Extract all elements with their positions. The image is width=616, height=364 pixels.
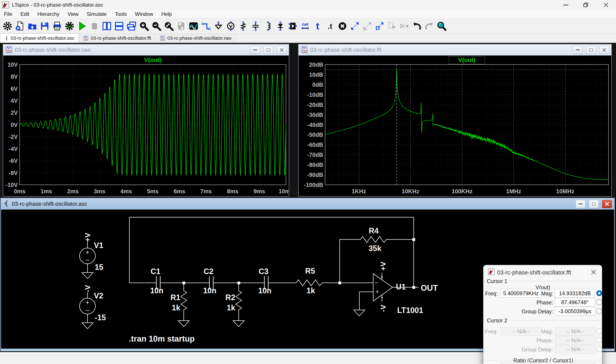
net-flag-vminus-opamp[interactable]: -V <box>379 305 387 312</box>
label-C3[interactable]: C3 <box>259 267 268 276</box>
drag-icon[interactable] <box>361 19 373 33</box>
menu-hierarchy[interactable]: Hierarchy <box>33 10 64 18</box>
edit-simulation-cmd-icon[interactable]: ac <box>63 19 76 33</box>
menu-simulate[interactable]: Simulate <box>82 10 110 18</box>
value-C2[interactable]: 10n <box>203 286 217 295</box>
label-R2[interactable]: R2 <box>225 293 235 302</box>
ground-icon[interactable] <box>212 19 225 33</box>
delete-icon[interactable] <box>336 19 349 33</box>
raw-restore-button[interactable] <box>263 46 273 54</box>
diode-icon[interactable] <box>274 19 287 33</box>
component-icon[interactable] <box>287 19 299 33</box>
tab-03-rc-phase-shift-oscillator.raw[interactable]: 03-rc-phase-shift-oscillator.raw <box>155 34 236 43</box>
net-flag-vplus-opamp[interactable]: +V <box>379 261 387 271</box>
halt-icon[interactable] <box>88 19 100 33</box>
value-C3[interactable]: 10n <box>258 286 272 295</box>
value-R5[interactable]: 1k <box>306 286 315 295</box>
open-file-icon[interactable] <box>26 19 39 33</box>
svg-text:2V: 2V <box>11 110 18 116</box>
window-schematic-title: 03-rc-phase-shift-oscillator.asc <box>12 201 572 207</box>
minimize-button[interactable] <box>556 0 576 10</box>
cursor1-phase-radio[interactable] <box>596 299 602 305</box>
zoom-in-icon[interactable] <box>138 19 150 33</box>
schematic-restore-button[interactable] <box>589 200 599 208</box>
schematic-minimize-button[interactable] <box>575 200 585 208</box>
value-V2[interactable]: -15 <box>95 313 106 322</box>
tile-horizontal-icon[interactable] <box>113 19 125 33</box>
restore-button[interactable] <box>576 0 596 10</box>
zoom-out-icon[interactable] <box>150 19 163 33</box>
value-U1[interactable]: LT1001 <box>397 306 423 315</box>
label-C1[interactable]: C1 <box>151 267 160 276</box>
value-R2[interactable]: 1k <box>227 303 235 312</box>
zoom-full-extents-icon[interactable] <box>163 19 175 33</box>
net-flag-vminus-v2[interactable]: -V <box>83 285 92 292</box>
tab-03-rc-phase-shift-oscillator.asc[interactable]: 03-rc-phase-shift-oscillator.asc <box>0 33 79 43</box>
duplicate-icon[interactable] <box>373 19 386 33</box>
autorange-y-icon[interactable] <box>175 19 187 33</box>
text-tool-icon[interactable]: t <box>311 19 324 33</box>
save-icon[interactable] <box>39 19 51 33</box>
spice-directive-icon[interactable]: .t <box>324 19 336 33</box>
print-icon[interactable] <box>51 19 63 33</box>
mirror-icon[interactable] <box>398 19 411 33</box>
run-icon[interactable] <box>76 19 88 33</box>
waveform-pane-icon[interactable] <box>187 19 200 33</box>
cursor1-gd-radio[interactable] <box>596 308 602 314</box>
net-label-out[interactable]: OUT <box>421 284 438 292</box>
value-C1[interactable]: 10n <box>150 286 164 295</box>
fft-close-button[interactable] <box>599 46 609 54</box>
label-V1[interactable]: V1 <box>94 241 103 250</box>
transient-plot[interactable]: 10V8V6V4V2V0V-2V-4V-6V-8V-10V0ms1ms2ms3m… <box>3 55 289 196</box>
redo-icon[interactable] <box>423 19 436 33</box>
value-R4[interactable]: 35k <box>369 244 382 253</box>
tab-03-rc-phase-shift-oscillator.fft[interactable]: 03-rc-phase-shift-oscillator.fft <box>79 34 155 43</box>
resistor-icon[interactable] <box>237 19 249 33</box>
window-fft-titlebar[interactable]: 03-rc-phase-shift-oscillator.fft <box>299 44 611 55</box>
close-button[interactable] <box>596 0 616 10</box>
raw-close-button[interactable] <box>277 46 287 54</box>
raw-minimize-button[interactable] <box>250 46 260 54</box>
paste-icon[interactable] <box>386 19 398 33</box>
label-R4[interactable]: R4 <box>369 226 379 235</box>
net-flag-vplus-v1[interactable]: +V <box>83 233 92 242</box>
new-schematic-icon[interactable] <box>14 19 26 33</box>
menu-view[interactable]: View <box>64 10 83 18</box>
schematic-close-button[interactable] <box>602 200 612 208</box>
fft-restore-button[interactable] <box>586 46 596 54</box>
label-net-icon[interactable]: net <box>299 19 311 33</box>
label-R1[interactable]: R1 <box>170 293 180 302</box>
menu-window[interactable]: Window <box>131 10 157 18</box>
cursor1-mag-radio[interactable] <box>596 290 602 296</box>
menu-edit[interactable]: Edit <box>16 10 33 18</box>
fft-plot[interactable]: 20dB10dB0dB-10dB-20dB-30dB-40dB-50dB-60d… <box>299 55 611 196</box>
app-titlebar[interactable]: LTspice - 03-rc-phase-shift-oscillator.a… <box>0 0 616 10</box>
window-raw-titlebar[interactable]: 03-rc-phase-shift-oscillator.raw <box>3 44 289 55</box>
undo-icon[interactable] <box>411 19 423 33</box>
spice-directive-text[interactable]: .tran 10m startup <box>129 334 195 343</box>
label-R5[interactable]: R5 <box>305 267 315 275</box>
cursor2-gd-radio[interactable] <box>596 346 602 352</box>
value-R1[interactable]: 1k <box>172 303 180 312</box>
control-panel-gear-icon[interactable] <box>1 19 14 33</box>
menu-help[interactable]: Help <box>157 10 176 18</box>
label-V2[interactable]: V2 <box>94 291 103 300</box>
wire-icon[interactable] <box>200 19 212 33</box>
find-icon[interactable] <box>436 19 448 33</box>
menu-tools[interactable]: Tools <box>111 10 131 18</box>
tile-vertical-icon[interactable] <box>100 19 113 33</box>
cursor-dialog-close-icon[interactable] <box>591 269 596 276</box>
window-schematic-titlebar[interactable]: 03-rc-phase-shift-oscillator.asc <box>1 198 614 209</box>
voltage-source-icon[interactable] <box>225 19 237 33</box>
move-icon[interactable] <box>349 19 361 33</box>
label-U1[interactable]: U1 <box>396 282 406 291</box>
menu-file[interactable]: File <box>0 10 16 18</box>
value-V1[interactable]: 15 <box>95 263 103 272</box>
fft-minimize-button[interactable] <box>573 46 583 54</box>
capacitor-icon[interactable] <box>249 19 262 33</box>
cursor2-phase-radio[interactable] <box>596 337 602 343</box>
cascade-windows-icon[interactable] <box>125 19 138 33</box>
cursor2-mag-radio[interactable] <box>596 328 602 334</box>
inductor-icon[interactable] <box>262 19 274 33</box>
label-C2[interactable]: C2 <box>204 267 213 276</box>
